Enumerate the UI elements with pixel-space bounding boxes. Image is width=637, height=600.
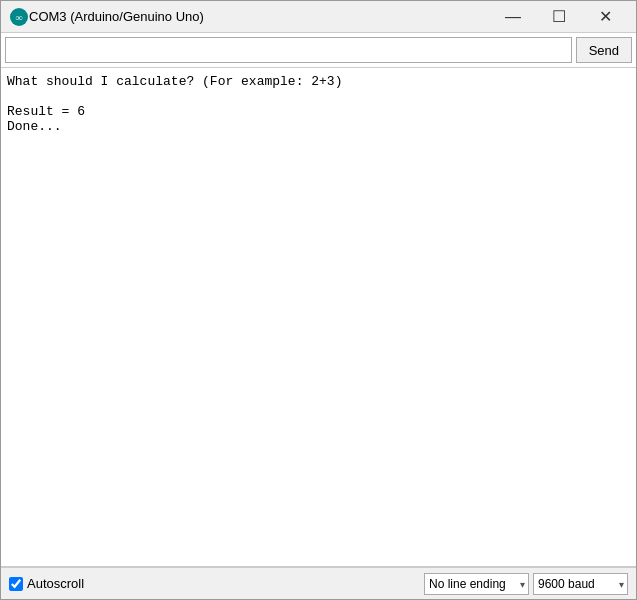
arduino-logo-icon: ∞ — [9, 7, 29, 27]
send-button[interactable]: Send — [576, 37, 632, 63]
window-title: COM3 (Arduino/Genuino Uno) — [29, 9, 490, 24]
svg-text:∞: ∞ — [15, 12, 22, 23]
window-controls: — ☐ ✕ — [490, 1, 628, 33]
minimize-button[interactable]: — — [490, 1, 536, 33]
line-ending-select[interactable]: No line endingNewlineCarriage returnBoth… — [424, 573, 529, 595]
status-bar-right: No line endingNewlineCarriage returnBoth… — [424, 573, 628, 595]
main-window: ∞ COM3 (Arduino/Genuino Uno) — ☐ ✕ Send … — [0, 0, 637, 600]
serial-output: What should I calculate? (For example: 2… — [1, 68, 636, 567]
status-bar: Autoscroll No line endingNewlineCarriage… — [1, 567, 636, 599]
title-bar: ∞ COM3 (Arduino/Genuino Uno) — ☐ ✕ — [1, 1, 636, 33]
maximize-button[interactable]: ☐ — [536, 1, 582, 33]
autoscroll-area: Autoscroll — [9, 576, 424, 591]
autoscroll-label: Autoscroll — [27, 576, 84, 591]
line-ending-wrapper: No line endingNewlineCarriage returnBoth… — [424, 573, 529, 595]
close-button[interactable]: ✕ — [582, 1, 628, 33]
baud-rate-select[interactable]: 300 baud1200 baud2400 baud4800 baud9600 … — [533, 573, 628, 595]
toolbar: Send — [1, 33, 636, 68]
autoscroll-checkbox[interactable] — [9, 577, 23, 591]
serial-input[interactable] — [5, 37, 572, 63]
baud-rate-wrapper: 300 baud1200 baud2400 baud4800 baud9600 … — [533, 573, 628, 595]
